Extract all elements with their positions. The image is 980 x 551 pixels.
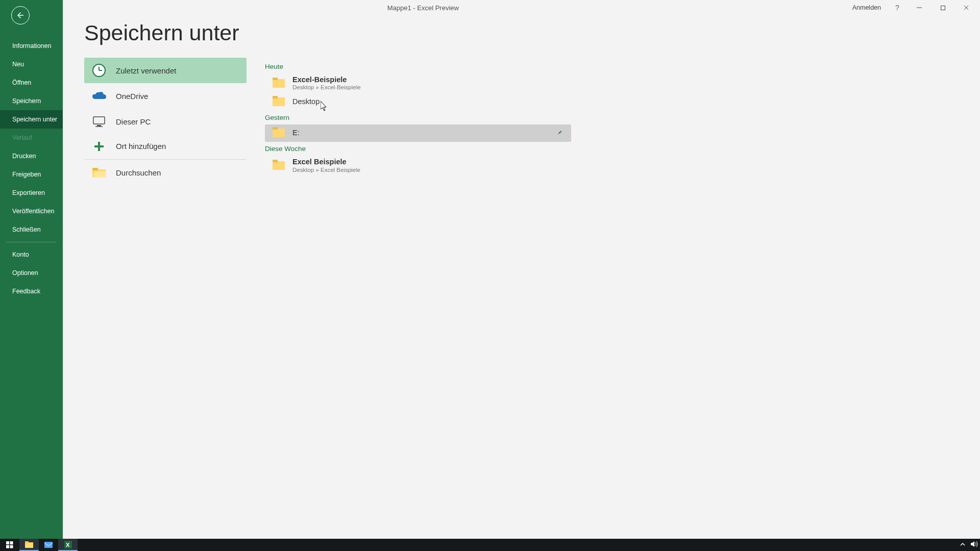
nav-main: InformationenNeuÖffnenSpeichernSpeichern… [0, 37, 63, 239]
nav-item-saveas[interactable]: Speichern unter [0, 110, 63, 129]
folder-icon [272, 77, 285, 90]
tray-chevron-icon[interactable] [960, 541, 965, 548]
recent-folder-item[interactable]: E: [265, 124, 571, 142]
recent-column: HeuteExcel-BeispieleDesktop » Excel-Beis… [265, 58, 571, 185]
tray [960, 539, 978, 551]
backstage-sidebar: InformationenNeuÖffnenSpeichernSpeichern… [0, 0, 63, 539]
signin-link[interactable]: Anmelden [846, 2, 887, 13]
recent-item-path: Desktop » Excel-Beispiele [292, 84, 549, 91]
svg-rect-23 [6, 541, 9, 544]
pin-icon[interactable] [556, 129, 566, 137]
location-browse[interactable]: Durchsuchen [84, 160, 247, 185]
svg-rect-25 [6, 545, 9, 548]
svg-rect-26 [10, 545, 13, 548]
folder-icon [272, 95, 285, 109]
thispc-icon [91, 114, 107, 129]
nav-item-history: Verlauf [0, 129, 63, 147]
nav-item-options[interactable]: Optionen [0, 264, 63, 282]
svg-rect-14 [93, 171, 106, 178]
nav-item-open[interactable]: Öffnen [0, 73, 63, 92]
page-title: Speichern unter [84, 20, 960, 45]
svg-rect-11 [94, 145, 104, 147]
taskbar-mail[interactable] [39, 539, 58, 551]
svg-rect-16 [273, 78, 278, 80]
svg-rect-13 [92, 168, 98, 170]
recent-item-texts: Excel BeispieleDesktop » Excel Beispiele [292, 158, 549, 173]
nav-item-print[interactable]: Drucken [0, 147, 63, 165]
recent-folder-item[interactable]: Excel BeispieleDesktop » Excel Beispiele [265, 156, 571, 176]
maximize-button[interactable] [931, 0, 954, 15]
recent-group-label: Diese Woche [265, 145, 571, 153]
location-addplace[interactable]: Ort hinzufügen [84, 134, 247, 160]
close-button[interactable] [954, 0, 978, 15]
recent-item-name: Excel-Beispiele [292, 76, 549, 84]
nav-item-account[interactable]: Konto [0, 245, 63, 264]
tray-volume-icon[interactable] [970, 541, 978, 549]
recent-icon [91, 63, 107, 78]
location-onedrive[interactable]: OneDrive [84, 83, 247, 109]
recent-item-texts: E: [292, 129, 549, 137]
folder-icon [272, 159, 285, 172]
taskbar: X [0, 539, 980, 551]
browse-icon [91, 165, 107, 180]
minimize-button[interactable] [908, 0, 931, 15]
recent-item-path: Desktop » Excel Beispiele [292, 167, 549, 174]
nav-item-new[interactable]: Neu [0, 55, 63, 73]
recent-item-texts: Excel-BeispieleDesktop » Excel-Beispiele [292, 76, 549, 91]
start-button[interactable] [0, 539, 19, 551]
taskbar-explorer[interactable] [19, 539, 39, 551]
recent-item-name: Excel Beispiele [292, 158, 549, 166]
onedrive-icon [91, 88, 107, 104]
recent-folder-item[interactable]: Desktop [265, 93, 571, 111]
recent-item-name: E: [292, 129, 549, 137]
nav-item-share[interactable]: Freigeben [0, 165, 63, 184]
svg-rect-19 [273, 129, 285, 137]
window-title: Mappe1 - Excel Preview [0, 4, 846, 12]
recent-item-texts: Desktop [292, 97, 549, 106]
svg-rect-28 [25, 541, 29, 543]
nav-item-close[interactable]: Schließen [0, 220, 63, 239]
svg-rect-20 [273, 127, 278, 130]
folder-icon [272, 127, 285, 140]
location-thispc[interactable]: Dieser PC [84, 109, 247, 134]
svg-rect-17 [273, 97, 285, 106]
svg-rect-24 [10, 541, 13, 544]
help-button[interactable]: ? [887, 0, 908, 15]
nav-footer: KontoOptionenFeedback [0, 245, 63, 300]
location-label: Ort hinzufügen [116, 142, 166, 151]
svg-rect-22 [273, 160, 278, 162]
svg-rect-8 [97, 125, 101, 126]
recent-group-label: Heute [265, 63, 571, 70]
svg-rect-1 [941, 6, 945, 10]
nav-item-export[interactable]: Exportieren [0, 184, 63, 202]
recent-folder-item[interactable]: Excel-BeispieleDesktop » Excel-Beispiele [265, 73, 571, 93]
nav-item-info[interactable]: Informationen [0, 37, 63, 55]
backstage-main: Speichern unter Zuletzt verwendetOneDriv… [63, 0, 980, 539]
svg-text:X: X [66, 542, 70, 548]
nav-item-publish[interactable]: Veröffentlichen [0, 202, 63, 220]
location-label: Zuletzt verwendet [116, 66, 176, 75]
svg-rect-29 [44, 542, 53, 548]
location-label: Dieser PC [116, 117, 151, 126]
addplace-icon [91, 139, 107, 154]
nav-item-feedback[interactable]: Feedback [0, 282, 63, 300]
svg-marker-32 [971, 541, 974, 547]
app-window: Mappe1 - Excel Preview Anmelden ? Inform… [0, 0, 980, 539]
titlebar: Mappe1 - Excel Preview Anmelden ? [0, 0, 980, 15]
recent-group-label: Gestern [265, 114, 571, 121]
titlebar-controls: Anmelden ? [846, 0, 978, 15]
columns: Zuletzt verwendetOneDriveDieser PCOrt hi… [84, 58, 960, 185]
svg-rect-15 [273, 79, 285, 88]
locations-column: Zuletzt verwendetOneDriveDieser PCOrt hi… [84, 58, 247, 185]
location-label: Durchsuchen [116, 168, 161, 177]
svg-rect-7 [93, 117, 105, 124]
taskbar-excel[interactable]: X [58, 539, 78, 551]
recent-item-name: Desktop [292, 97, 549, 106]
location-recent[interactable]: Zuletzt verwendet [84, 58, 247, 83]
svg-rect-21 [273, 161, 285, 170]
svg-rect-18 [273, 96, 278, 98]
nav-divider [6, 242, 57, 242]
nav-item-save[interactable]: Speichern [0, 92, 63, 110]
location-label: OneDrive [116, 92, 148, 101]
